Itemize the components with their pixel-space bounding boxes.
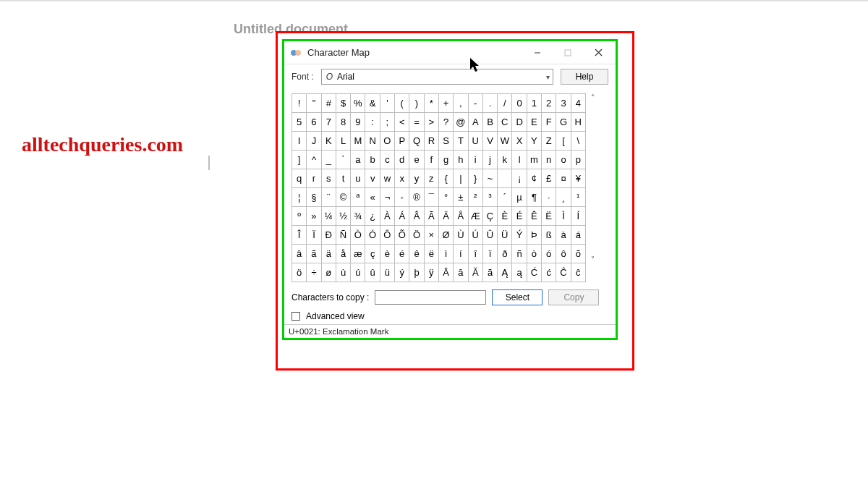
character-cell[interactable]: ¼ [322,207,336,226]
character-cell[interactable]: u [351,169,365,188]
character-cell[interactable]: © [336,188,351,207]
character-cell[interactable]: Ô [380,226,395,245]
character-cell[interactable]: ą [512,263,527,282]
character-cell[interactable]: A [469,113,483,132]
character-cell[interactable]: Æ [469,207,483,226]
character-cell[interactable]: Q [409,132,424,151]
scrollbar[interactable]: ˄ ˅ [587,93,599,263]
character-cell[interactable]: Û [483,226,498,245]
character-cell[interactable]: ¾ [351,207,365,226]
character-cell[interactable]: µ [512,188,527,207]
character-cell[interactable]: q [292,169,307,188]
character-cell[interactable]: õ [571,245,586,263]
character-cell[interactable]: ) [409,94,424,113]
character-cell[interactable]: ă [483,263,498,282]
character-cell[interactable]: å [336,245,351,263]
character-cell[interactable]: ~ [483,169,498,188]
character-cell[interactable]: j [483,151,498,169]
character-cell[interactable]: [ [556,132,571,151]
help-button[interactable]: Help [561,69,608,85]
character-cell[interactable]: þ [409,263,424,282]
character-cell[interactable]: £ [542,169,556,188]
character-cell[interactable]: Ý [512,226,527,245]
character-cell[interactable]: Y [527,132,542,151]
character-cell[interactable]: s [322,169,336,188]
character-cell[interactable]: Ñ [336,226,351,245]
character-cell[interactable]: P [395,132,409,151]
character-cell[interactable]: À [380,207,395,226]
character-cell[interactable]: ć [542,263,556,282]
character-cell[interactable]: / [498,94,512,113]
copy-button[interactable]: Copy [548,289,599,305]
character-cell[interactable]: # [322,94,336,113]
close-button[interactable] [584,44,613,62]
character-cell[interactable]: º [292,207,307,226]
character-cell[interactable]: H [571,113,586,132]
character-cell[interactable]: ¡ [512,169,527,188]
character-cell[interactable]: * [425,94,439,113]
character-cell[interactable]: 7 [322,113,336,132]
character-cell[interactable]: § [307,188,321,207]
character-cell[interactable]: { [439,169,454,188]
character-cell[interactable]: ö [292,263,307,282]
character-cell[interactable]: Í [571,207,586,226]
character-cell[interactable]: ` [336,151,351,169]
character-cell[interactable]: Ò [351,226,365,245]
character-cell[interactable]: Ê [527,207,542,226]
character-cell[interactable]: - [395,188,409,207]
character-cell[interactable]: 9 [351,113,365,132]
character-cell[interactable]: ð [498,245,512,263]
character-cell[interactable]: ? [439,113,454,132]
characters-to-copy-input[interactable] [375,290,486,305]
character-cell[interactable]: z [425,169,439,188]
character-cell[interactable]: ± [454,188,468,207]
character-cell[interactable]: S [439,132,454,151]
character-cell[interactable]: Ø [439,226,454,245]
character-cell[interactable]: 4 [571,94,586,113]
character-cell[interactable]: % [351,94,365,113]
character-cell[interactable]: á [571,226,586,245]
character-cell[interactable]: É [512,207,527,226]
character-cell[interactable]: T [454,132,468,151]
character-cell[interactable]: 2 [542,94,556,113]
character-cell[interactable]: R [425,132,439,151]
character-cell[interactable]: Ú [469,226,483,245]
character-cell[interactable]: J [307,132,321,151]
character-cell[interactable]: r [307,169,321,188]
character-cell[interactable]: M [351,132,365,151]
character-cell[interactable]: & [365,94,380,113]
character-cell[interactable]: , [454,94,468,113]
character-cell[interactable]: ñ [512,245,527,263]
character-cell[interactable]: w [380,169,395,188]
character-cell[interactable]: g [439,151,454,169]
character-cell[interactable]: t [336,169,351,188]
character-cell[interactable]: ã [307,245,321,263]
character-cell[interactable]: û [365,263,380,282]
character-cell[interactable]: ó [542,245,556,263]
character-cell[interactable]: Ā [439,263,454,282]
character-cell[interactable]: I [292,132,307,151]
character-cell[interactable]: ' [380,94,395,113]
character-cell[interactable]: " [307,94,321,113]
character-cell[interactable]: ¿ [365,207,380,226]
character-cell[interactable]: â [292,245,307,263]
character-cell[interactable]: 6 [307,113,321,132]
character-cell[interactable]: · [542,188,556,207]
character-cell[interactable]: ā [454,263,468,282]
character-cell[interactable]: L [336,132,351,151]
character-cell[interactable]: ³ [483,188,498,207]
character-cell[interactable]: ¨ [322,188,336,207]
character-cell[interactable]: ^ [307,151,321,169]
scroll-down-icon[interactable]: ˅ [587,255,599,263]
character-cell[interactable]: Ù [454,226,468,245]
character-cell[interactable]: \ [571,132,586,151]
character-cell[interactable]: < [395,113,409,132]
character-cell[interactable]: Õ [395,226,409,245]
character-cell[interactable]: + [439,94,454,113]
character-cell[interactable]: G [556,113,571,132]
character-cell[interactable]: ¹ [571,188,586,207]
character-cell[interactable]: p [571,151,586,169]
character-cell[interactable]: v [365,169,380,188]
character-cell[interactable]: 3 [556,94,571,113]
character-cell[interactable]: ç [365,245,380,263]
